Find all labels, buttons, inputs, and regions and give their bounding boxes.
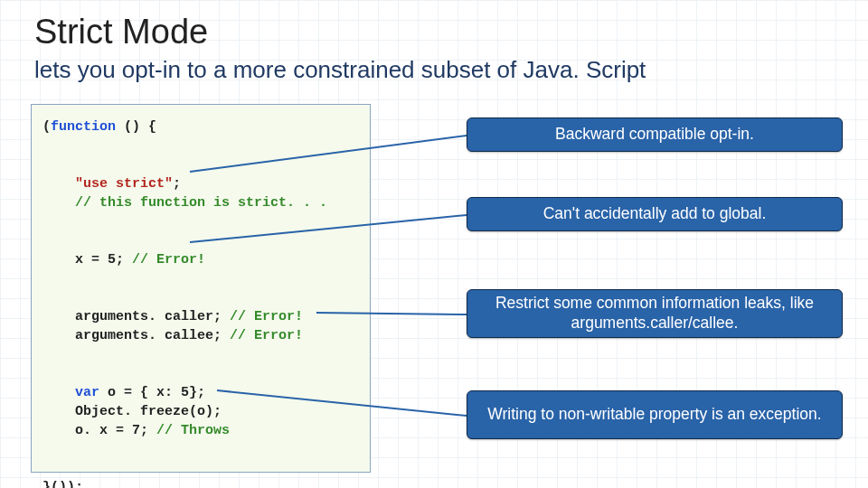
slide-title: Strict Mode [34, 13, 208, 52]
callout-text: Restrict some common information leaks, … [476, 294, 833, 333]
callout-text: Writing to non-writable property is an e… [487, 405, 821, 425]
code-text: (function () { "use strict"; // this fun… [42, 119, 327, 488]
callout-text: Backward compatible opt-in. [555, 125, 754, 145]
code-block: (function () { "use strict"; // this fun… [31, 104, 371, 473]
callout-global: Can't accidentally add to global. [467, 197, 843, 231]
slide-subtitle: lets you opt-in to a more constrained su… [34, 56, 646, 84]
callout-text: Can't accidentally add to global. [543, 204, 767, 224]
callout-information-leaks: Restrict some common information leaks, … [467, 289, 843, 338]
callout-non-writable: Writing to non-writable property is an e… [467, 390, 843, 439]
callout-backward-compatible: Backward compatible opt-in. [467, 117, 843, 152]
